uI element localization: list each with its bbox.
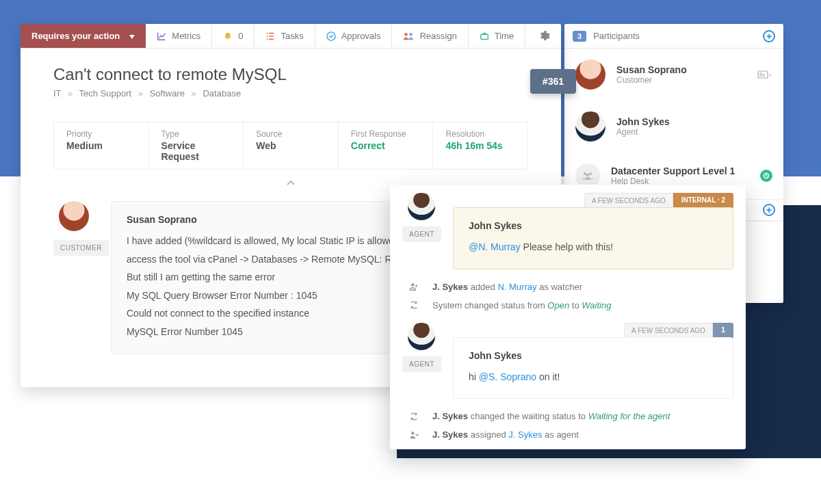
bell-icon bbox=[223, 31, 233, 41]
message-body: John Sykes hi @S. Soprano on it! bbox=[453, 337, 733, 399]
briefcase-icon bbox=[480, 31, 489, 41]
meta-value: Service Request bbox=[161, 140, 231, 162]
reassign-icon bbox=[403, 31, 414, 41]
breadcrumb-item[interactable]: IT bbox=[53, 88, 61, 98]
svg-rect-3 bbox=[480, 34, 488, 39]
message-tags: A FEW SECONDS AGO INTERNAL · 2 bbox=[453, 193, 733, 208]
meta-value: Correct bbox=[351, 140, 421, 151]
participant-info: Datacenter Support Level 1 Help Desk bbox=[611, 165, 749, 186]
message-text: @N. Murray Please help with this! bbox=[469, 238, 718, 256]
ticket-header: Can't connect to remote MySQL IT » Tech … bbox=[21, 49, 561, 105]
tasks-tab[interactable]: Tasks bbox=[255, 24, 315, 48]
breadcrumb-item[interactable]: Database bbox=[203, 88, 241, 98]
svg-point-10 bbox=[411, 432, 414, 434]
assign-user-icon bbox=[409, 430, 419, 440]
meta-first-response: First Response Correct bbox=[339, 122, 434, 169]
meta-value: Web bbox=[256, 140, 326, 151]
participant-info: John Sykes Agent bbox=[616, 116, 772, 137]
meta-label: Source bbox=[256, 129, 326, 139]
participant-name: Susan Soprano bbox=[616, 64, 746, 75]
gear-icon bbox=[539, 31, 550, 42]
avatar-john bbox=[408, 323, 435, 350]
refresh-icon bbox=[409, 300, 419, 310]
svg-point-6 bbox=[589, 172, 592, 175]
chevron-up-icon bbox=[286, 179, 296, 186]
message-text: hi @S. Soprano on it! bbox=[469, 368, 718, 386]
action-dropdown[interactable]: Requires your action bbox=[21, 24, 146, 48]
svg-point-2 bbox=[410, 33, 413, 36]
time-tab[interactable]: Time bbox=[469, 24, 525, 48]
reassign-label: Reassign bbox=[419, 31, 456, 41]
event-waiting-status: J. Sykes changed the waiting status to W… bbox=[390, 407, 746, 425]
participants-count: 3 bbox=[573, 31, 586, 42]
participant-name: Datacenter Support Level 1 bbox=[611, 165, 749, 176]
avatar-column: CUSTOMER bbox=[53, 201, 94, 354]
tasks-label: Tasks bbox=[281, 31, 303, 41]
breadcrumb-sep: » bbox=[68, 88, 73, 98]
notif-count: 0 bbox=[238, 31, 243, 41]
approvals-tab[interactable]: Approvals bbox=[315, 24, 393, 48]
time-label: A FEW SECONDS AGO bbox=[624, 323, 713, 338]
settings-button[interactable] bbox=[528, 24, 561, 48]
participant-role: Agent bbox=[616, 127, 772, 137]
meta-source: Source Web bbox=[244, 122, 339, 169]
agent-message-reply: AGENT A FEW SECONDS AGO 1 John Sykes hi … bbox=[390, 315, 746, 408]
text: hi bbox=[469, 371, 479, 382]
card-dropdown-icon[interactable] bbox=[757, 69, 772, 80]
avatar-john bbox=[575, 111, 605, 142]
notifications-tab[interactable]: 0 bbox=[212, 24, 255, 48]
event-assigned-agent: J. Sykes assigned J. Sykes as agent bbox=[390, 425, 746, 444]
role-badge-agent: AGENT bbox=[402, 226, 441, 242]
meta-value: 46h 16m 54s bbox=[445, 140, 515, 151]
metrics-tab[interactable]: Metrics bbox=[146, 24, 212, 48]
ticket-title: Can't connect to remote MySQL bbox=[53, 65, 528, 84]
svg-point-5 bbox=[584, 172, 586, 175]
reassign-tab[interactable]: Reassign bbox=[392, 24, 468, 48]
participant-row[interactable]: Susan Soprano Customer bbox=[564, 49, 783, 101]
event-added-watcher: J. Sykes added N. Murray as watcher bbox=[390, 278, 746, 296]
participants-title: Participants bbox=[593, 31, 640, 41]
message-author: John Sykes bbox=[469, 220, 718, 231]
event-text: System changed status from Open to Waiti… bbox=[432, 300, 611, 310]
avatar-john bbox=[408, 193, 435, 220]
tasks-icon bbox=[265, 31, 275, 41]
refresh-icon bbox=[409, 412, 419, 421]
plus-circle-icon: + bbox=[763, 204, 775, 216]
breadcrumb-sep: » bbox=[192, 88, 196, 98]
meta-resolution: Resolution 46h 16m 54s bbox=[433, 122, 527, 169]
text: Please help with this! bbox=[521, 241, 613, 252]
add-user-icon bbox=[409, 282, 419, 291]
time-label: A FEW SECONDS AGO bbox=[584, 193, 673, 208]
message-body-wrap: A FEW SECONDS AGO 1 John Sykes hi @S. So… bbox=[453, 323, 733, 399]
caret-down-icon bbox=[129, 31, 135, 41]
approvals-label: Approvals bbox=[341, 31, 381, 41]
participant-row[interactable]: John Sykes Agent bbox=[564, 101, 783, 152]
metrics-label: Metrics bbox=[172, 31, 200, 41]
breadcrumb-item[interactable]: Software bbox=[150, 88, 185, 98]
role-badge-customer: CUSTOMER bbox=[53, 240, 109, 256]
participant-info: Susan Soprano Customer bbox=[616, 64, 746, 85]
mention[interactable]: @N. Murray bbox=[469, 241, 521, 252]
meta-value: Medium bbox=[66, 140, 136, 151]
add-participant-button[interactable]: + bbox=[763, 30, 775, 42]
time-label: Time bbox=[495, 31, 514, 41]
avatar-susan bbox=[59, 201, 89, 231]
internal-badge: INTERNAL · 2 bbox=[673, 193, 733, 208]
breadcrumb[interactable]: IT » Tech Support » Software » Database bbox=[53, 88, 528, 98]
status-online-icon bbox=[760, 170, 772, 182]
participant-name: John Sykes bbox=[616, 116, 772, 127]
avatar-susan bbox=[575, 59, 605, 90]
participant-role: Customer bbox=[616, 75, 746, 85]
message-body-wrap: A FEW SECONDS AGO INTERNAL · 2 John Syke… bbox=[453, 193, 733, 269]
ticket-toolbar: Requires your action Metrics 0 Tasks App… bbox=[21, 24, 561, 49]
check-circle-icon bbox=[326, 31, 336, 41]
mention[interactable]: @S. Soprano bbox=[479, 371, 536, 382]
message-author: John Sykes bbox=[469, 350, 718, 361]
metrics-icon bbox=[157, 31, 166, 41]
breadcrumb-sep: » bbox=[138, 88, 143, 98]
event-text: J. Sykes added N. Murray as watcher bbox=[432, 282, 582, 292]
conversation-panel: AGENT A FEW SECONDS AGO INTERNAL · 2 Joh… bbox=[390, 185, 746, 449]
event-text: J. Sykes changed the waiting status to W… bbox=[432, 411, 670, 421]
svg-point-9 bbox=[411, 283, 414, 286]
breadcrumb-item[interactable]: Tech Support bbox=[79, 88, 132, 98]
